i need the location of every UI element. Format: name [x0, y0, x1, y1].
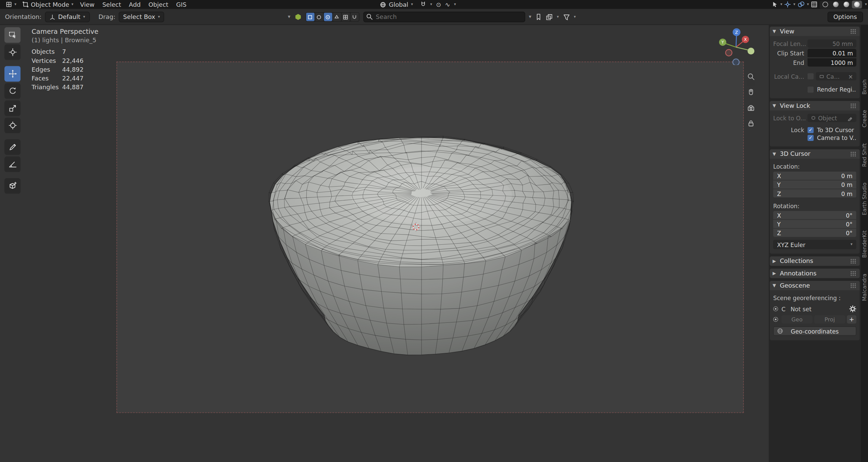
- render-region-checkbox[interactable]: [808, 86, 814, 92]
- chevron-down-icon[interactable]: ▾: [807, 2, 809, 6]
- panel-annotations-header[interactable]: ▶ Annotations: [770, 269, 860, 278]
- proportional-editing-icon[interactable]: ⊙: [436, 1, 441, 7]
- tool-add-cube[interactable]: [4, 178, 21, 194]
- brownie-mesh-object[interactable]: [266, 136, 577, 364]
- georef-radio[interactable]: [773, 317, 778, 322]
- lock-to-object-field[interactable]: Object: [808, 114, 857, 122]
- location-y-slider[interactable]: Y0 m: [773, 180, 856, 189]
- snap-option-icon[interactable]: [333, 13, 341, 21]
- menu-object[interactable]: Object: [145, 1, 172, 8]
- camera-view-icon[interactable]: [747, 104, 755, 112]
- filter-funnel-icon[interactable]: [563, 14, 570, 20]
- add-crs-button[interactable]: +: [847, 315, 857, 324]
- shading-material-button[interactable]: [842, 1, 852, 8]
- location-x-slider[interactable]: X0 m: [773, 171, 856, 180]
- menu-add[interactable]: Add: [125, 1, 145, 8]
- tool-scale[interactable]: [4, 100, 21, 116]
- panel-grip-icon[interactable]: [850, 283, 856, 288]
- panel-grip-icon[interactable]: [850, 271, 856, 276]
- sidebar-tab[interactable]: Earth Studio: [861, 183, 867, 215]
- lock-to-cursor-checkbox[interactable]: ✓: [808, 127, 814, 133]
- tool-cursor[interactable]: [4, 44, 21, 60]
- tool-measure[interactable]: [4, 156, 21, 172]
- panel-grip-icon[interactable]: [850, 103, 856, 108]
- bookmark-icon[interactable]: [535, 13, 542, 20]
- snap-option-icon[interactable]: [315, 13, 323, 21]
- zoom-icon[interactable]: [747, 73, 755, 80]
- chevron-down-icon[interactable]: ▾: [780, 2, 782, 6]
- chevron-down-icon[interactable]: ▾: [865, 2, 867, 6]
- sidebar-tab[interactable]: Create: [861, 110, 867, 128]
- focal-length-field[interactable]: 50 mm: [808, 40, 857, 48]
- sidebar-tab[interactable]: Red Shift: [861, 143, 867, 167]
- navigation-gizmo[interactable]: Z X Y: [718, 27, 756, 65]
- panel-grip-icon[interactable]: [850, 29, 856, 34]
- gear-icon[interactable]: [849, 305, 856, 312]
- shading-solid-button[interactable]: [831, 1, 841, 8]
- geo-coordinates-button[interactable]: Geo-coordinates: [773, 326, 856, 336]
- overlays-toggle-icon[interactable]: [797, 1, 805, 8]
- transform-orientation-dropdown[interactable]: Global ▾: [377, 0, 416, 9]
- shading-wireframe-button[interactable]: [821, 1, 831, 8]
- tool-annotate[interactable]: [4, 139, 21, 155]
- panel-collections-header[interactable]: ▶ Collections: [770, 257, 860, 266]
- snap-option-icon[interactable]: [324, 13, 332, 21]
- proj-button[interactable]: Proj: [814, 315, 845, 324]
- crs-radio[interactable]: [773, 306, 778, 311]
- menu-select[interactable]: Select: [98, 1, 125, 8]
- snap-magnet-icon[interactable]: [419, 1, 426, 8]
- stacked-layers-icon[interactable]: [546, 14, 553, 20]
- rotation-mode-dropdown[interactable]: XYZ Euler ▾: [773, 240, 856, 249]
- chevron-down-icon[interactable]: ▾: [557, 15, 559, 19]
- menu-view[interactable]: View: [76, 1, 99, 8]
- clip-end-field[interactable]: 1000 m: [808, 58, 857, 67]
- chevron-down-icon[interactable]: ▾: [529, 15, 531, 20]
- select-gizmo-icon[interactable]: [771, 1, 778, 8]
- gizmos-toggle-icon[interactable]: [785, 1, 791, 8]
- chevron-down-icon[interactable]: ▾: [430, 2, 432, 6]
- tool-rotate[interactable]: [4, 83, 21, 99]
- orientation-dropdown[interactable]: Default ▾: [45, 11, 90, 22]
- rotation-x-slider[interactable]: X0°: [773, 211, 856, 219]
- falloff-curve-icon[interactable]: ∿: [445, 1, 450, 7]
- sidebar-tab[interactable]: Malcandra: [861, 273, 867, 301]
- panel-grip-icon[interactable]: [850, 259, 856, 264]
- panel-view-header[interactable]: ▼ View: [770, 27, 860, 36]
- chevron-down-icon[interactable]: ▾: [288, 15, 290, 20]
- local-camera-field[interactable]: Ca... ×: [816, 72, 857, 80]
- sidebar-tab[interactable]: BlenderKit: [861, 230, 867, 258]
- panel-view-lock-header[interactable]: ▼ View Lock: [770, 101, 860, 111]
- geo-button[interactable]: Geo: [782, 315, 813, 324]
- clear-icon[interactable]: ×: [848, 73, 853, 80]
- search-input[interactable]: [363, 11, 525, 22]
- snap-option-icon[interactable]: [341, 13, 350, 21]
- tool-move[interactable]: [4, 66, 21, 81]
- shading-rendered-button[interactable]: [852, 1, 862, 8]
- panel-geoscene-header[interactable]: ▼ Geoscene: [770, 281, 860, 290]
- sidebar-tab[interactable]: Brush: [861, 79, 867, 95]
- clip-start-field[interactable]: 0.01 m: [808, 49, 857, 57]
- tool-select-box[interactable]: [4, 27, 21, 43]
- tool-transform[interactable]: [4, 118, 21, 133]
- chevron-down-icon[interactable]: ▾: [454, 2, 456, 6]
- editor-type-button[interactable]: ▾: [3, 0, 19, 9]
- location-z-slider[interactable]: Z0 m: [773, 189, 856, 198]
- 3d-viewport[interactable]: Camera Perspective (1) lights | Brownie_…: [0, 25, 861, 462]
- lock-icon[interactable]: [747, 119, 755, 127]
- panel-3d-cursor-header[interactable]: ▼ 3D Cursor: [770, 149, 860, 159]
- panel-grip-icon[interactable]: [850, 151, 856, 156]
- geoscene-hexagon-icon[interactable]: [294, 13, 301, 20]
- mode-dropdown[interactable]: Object Mode ▾: [19, 0, 76, 9]
- camera-to-view-checkbox[interactable]: ✓: [808, 135, 814, 141]
- chevron-down-icon[interactable]: ▾: [574, 15, 576, 19]
- chevron-down-icon[interactable]: ▾: [793, 2, 795, 6]
- rotation-z-slider[interactable]: Z0°: [773, 229, 856, 237]
- local-camera-checkbox[interactable]: [808, 73, 814, 79]
- menu-gis[interactable]: GIS: [172, 1, 190, 8]
- pan-hand-icon[interactable]: [747, 88, 755, 96]
- xray-toggle-icon[interactable]: [811, 1, 818, 8]
- snap-option-icon[interactable]: [306, 13, 314, 21]
- options-button[interactable]: Options: [827, 11, 863, 22]
- rotation-y-slider[interactable]: Y0°: [773, 220, 856, 228]
- eyedropper-icon[interactable]: [847, 115, 853, 121]
